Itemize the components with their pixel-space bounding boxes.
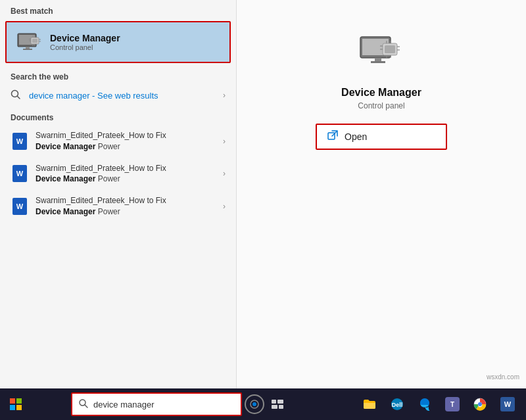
open-label: Open <box>345 131 367 142</box>
start-menu: Best match <box>0 0 526 388</box>
svg-rect-19 <box>371 61 385 63</box>
left-panel: Best match <box>0 0 237 388</box>
search-icon <box>11 89 22 101</box>
windows-icon <box>10 398 22 410</box>
web-search-item[interactable]: device manager - See web results › <box>0 84 236 106</box>
doc-item-1[interactable]: W Swarnim_Edited_Prateek_How to Fix Devi… <box>0 125 236 158</box>
svg-rect-18 <box>375 58 381 61</box>
svg-point-50 <box>478 402 482 406</box>
edge-logo <box>418 397 432 411</box>
word-icon-2: W <box>11 164 29 183</box>
watermark: wsxdn.com <box>487 373 519 381</box>
doc-text-1: Swarnim_Edited_Prateek_How to Fix Device… <box>36 130 223 152</box>
web-section-label: Search the web <box>0 66 236 84</box>
word-icon-1: W <box>11 132 29 151</box>
taskbar-icons: Dell T <box>358 392 519 416</box>
svg-text:W: W <box>504 400 512 408</box>
doc-text-3: Swarnim_Edited_Prateek_How to Fix Device… <box>36 195 223 218</box>
open-external-icon <box>327 130 338 143</box>
cortana-icon <box>250 400 259 409</box>
task-view-button[interactable] <box>267 394 288 415</box>
best-match-subtitle: Control panel <box>50 43 120 51</box>
device-manager-icon <box>16 29 42 55</box>
doc-text-2: Swarnim_Edited_Prateek_How to Fix Device… <box>36 163 223 185</box>
documents-label: Documents <box>0 106 236 125</box>
best-match-label: Best match <box>0 0 236 18</box>
file-explorer-icon[interactable] <box>358 392 381 416</box>
best-match-title: Device Manager <box>50 33 120 43</box>
doc-item-3[interactable]: W Swarnim_Edited_Prateek_How to Fix Devi… <box>0 190 236 223</box>
right-panel: Device Manager Control panel Open <box>237 0 526 388</box>
chrome-logo <box>473 397 487 411</box>
svg-rect-3 <box>23 49 32 50</box>
svg-rect-2 <box>26 47 30 49</box>
dell-icon[interactable]: Dell <box>385 392 409 416</box>
edge-icon[interactable] <box>413 392 437 416</box>
best-match-text: Device Manager Control panel <box>50 33 120 51</box>
svg-rect-21 <box>385 45 395 53</box>
chevron-right-icon-3: › <box>223 202 226 211</box>
chrome-icon[interactable] <box>468 392 492 416</box>
web-search-text: device manager - See web results <box>29 91 223 101</box>
svg-rect-33 <box>16 398 22 404</box>
word-logo: W <box>500 397 515 411</box>
word-icon-3: W <box>11 197 29 216</box>
word-taskbar-icon[interactable]: W <box>496 392 519 416</box>
taskbar: device manager Dell <box>0 388 526 420</box>
svg-rect-5 <box>32 39 37 43</box>
svg-rect-35 <box>16 405 22 410</box>
right-app-subtitle: Control panel <box>358 101 404 110</box>
svg-text:Dell: Dell <box>392 402 403 408</box>
folder-icon <box>362 397 377 411</box>
svg-line-15 <box>18 97 20 99</box>
svg-rect-40 <box>272 400 276 404</box>
chevron-right-icon: › <box>223 91 226 100</box>
taskbar-search-text: device manager <box>93 400 155 409</box>
task-view-icon <box>272 400 283 409</box>
chevron-right-icon-1: › <box>223 137 226 146</box>
right-app-title: Device Manager <box>341 87 421 99</box>
svg-rect-43 <box>279 405 283 409</box>
dell-logo: Dell <box>390 397 404 411</box>
cortana-button[interactable] <box>245 394 264 414</box>
svg-rect-34 <box>10 405 15 410</box>
svg-rect-42 <box>272 405 277 409</box>
svg-line-37 <box>85 405 87 408</box>
teams-icon[interactable]: T <box>441 392 464 416</box>
start-button[interactable] <box>0 388 32 420</box>
svg-rect-41 <box>277 400 283 404</box>
svg-point-39 <box>252 402 256 406</box>
taskbar-search-box[interactable]: device manager <box>71 392 242 416</box>
doc-item-2[interactable]: W Swarnim_Edited_Prateek_How to Fix Devi… <box>0 158 236 191</box>
open-button[interactable]: Open <box>316 124 447 150</box>
best-match-item[interactable]: Device Manager Control panel <box>5 21 231 63</box>
teams-logo: T <box>445 397 460 411</box>
svg-rect-32 <box>10 398 15 404</box>
chevron-right-icon-2: › <box>223 169 226 178</box>
app-icon-large <box>355 26 408 79</box>
device-manager-large-svg <box>358 29 405 76</box>
device-manager-svg <box>16 30 41 55</box>
taskbar-search-icon <box>79 399 88 410</box>
svg-text:T: T <box>450 401 454 408</box>
